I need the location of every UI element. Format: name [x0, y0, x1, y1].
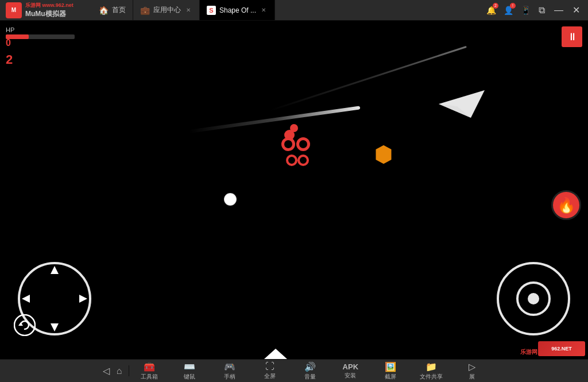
slash-trail	[270, 46, 467, 111]
enemy-ring-3	[286, 155, 297, 166]
toolbar-toolbox[interactable]: 🧰 工具箱	[129, 361, 169, 381]
bottom-toolbar: ◁ ⌂ 🧰 工具箱 ⌨️ 键鼠 🎮 手柄 ⛶ 全屏 🔊 音量 APK 安装 🖼️…	[0, 359, 588, 382]
window-close-btn[interactable]: ✕	[570, 5, 582, 16]
toolbar-gamepad[interactable]: 🎮 手柄	[210, 361, 250, 381]
keyboard-label: 键鼠	[184, 373, 195, 381]
projectile-trail	[189, 106, 361, 133]
app-name: MuMu模拟器	[25, 9, 74, 19]
fileshare-icon: 📁	[425, 361, 437, 372]
toolbar-fullscreen[interactable]: ⛶ 全屏	[250, 361, 290, 380]
hp-bar-background	[6, 34, 75, 39]
volume-label: 音量	[304, 373, 316, 381]
tab-appstore-close[interactable]: ✕	[184, 6, 192, 14]
gamepad-label: 手柄	[224, 373, 235, 381]
score-line2: 2	[6, 52, 13, 67]
toolbar-volume[interactable]: 🔊 音量	[290, 361, 330, 381]
svg-marker-6	[22, 295, 30, 303]
notification-icon[interactable]: 🔔 2	[485, 4, 497, 17]
fire-icon: 🔥	[557, 196, 575, 214]
tab-game-close[interactable]: ✕	[260, 6, 268, 14]
window-minimize-btn[interactable]: —	[552, 5, 566, 16]
enemy-group	[281, 127, 327, 173]
toolbar-install[interactable]: APK 安装	[330, 362, 370, 380]
site-logo: 乐游网 www.962.net	[25, 2, 74, 9]
tab-game[interactable]: S Shape Of ... ✕	[200, 0, 275, 20]
toolbar-more[interactable]: ▷ 展	[452, 361, 492, 381]
fileshare-label: 文件共享	[420, 373, 443, 381]
bottom-peek-enemy	[253, 349, 299, 359]
keyboard-icon: ⌨️	[184, 361, 195, 372]
hexagon-collectible	[373, 144, 394, 165]
screenshot-label: 截屏	[385, 373, 396, 381]
nav-back-icon[interactable]: ◁	[103, 365, 110, 376]
svg-marker-2	[376, 145, 392, 164]
pause-icon: ⏸	[567, 31, 577, 43]
tab-home[interactable]: 🏠 首页	[92, 0, 133, 20]
watermark-label: 乐游网	[520, 348, 537, 356]
watermark-962: 962.NET	[538, 341, 585, 356]
logo-text-group: 乐游网 www.962.net MuMu模拟器	[25, 2, 74, 19]
svg-marker-7	[79, 295, 87, 303]
enemy-ring-2	[296, 137, 310, 151]
svg-marker-13	[264, 349, 287, 359]
hp-label: HP	[6, 26, 75, 33]
tab-home-label: 首页	[112, 5, 126, 15]
toolbox-label: 工具箱	[141, 373, 158, 381]
user-badge: !	[510, 3, 516, 9]
game-area: HP 0 2 ⏸ 🔥	[0, 21, 588, 359]
home-icon: 🏠	[99, 6, 109, 15]
install-label: 安装	[345, 372, 356, 380]
svg-point-8	[14, 315, 35, 335]
logo-area: M 乐游网 www.962.net MuMu模拟器	[0, 2, 92, 19]
notification-badge: 2	[493, 3, 498, 9]
topbar: M 乐游网 www.962.net MuMu模拟器 🏠 首页 💼 应用中心 ✕ …	[0, 0, 588, 21]
refresh-button[interactable]	[14, 314, 36, 336]
window-restore-btn[interactable]: ⧉	[536, 5, 547, 16]
tab-appstore[interactable]: 💼 应用中心 ✕	[133, 0, 200, 20]
svg-marker-5	[51, 323, 59, 331]
volume-icon: 🔊	[304, 361, 316, 372]
gamepad-icon: 🎮	[224, 361, 235, 372]
paper-airplane	[439, 90, 485, 118]
user-icon[interactable]: 👤 !	[502, 4, 514, 17]
fire-powerup-button[interactable]: 🔥	[551, 190, 581, 220]
enemy-ring-4	[297, 155, 309, 166]
more-icon: ▷	[469, 361, 475, 372]
fullscreen-label: 全屏	[264, 372, 276, 380]
right-joystick[interactable]	[496, 261, 571, 336]
score-line1: 0	[6, 38, 11, 48]
svg-point-12	[528, 293, 539, 304]
tab-bar: 🏠 首页 💼 应用中心 ✕ S Shape Of ... ✕	[92, 0, 479, 20]
tab-appstore-label: 应用中心	[153, 5, 181, 15]
nav-home-icon[interactable]: ⌂	[117, 366, 122, 376]
svg-marker-4	[51, 266, 59, 274]
enemy-ring-1	[281, 137, 295, 151]
toolbar-screenshot[interactable]: 🖼️ 截屏	[370, 361, 411, 381]
screenshot-icon: 🖼️	[385, 361, 396, 372]
fullscreen-icon: ⛶	[265, 361, 274, 372]
watermark-text: 962.NET	[551, 346, 572, 352]
appstore-icon: 💼	[140, 6, 150, 15]
game-tab-icon: S	[207, 6, 216, 15]
toolbar-fileshare[interactable]: 📁 文件共享	[411, 361, 452, 381]
app-logo-icon: M	[6, 2, 22, 18]
projectile-ball	[224, 193, 237, 206]
more-label: 展	[469, 373, 475, 381]
toolbox-icon: 🧰	[144, 361, 155, 372]
tab-game-label: Shape Of ...	[219, 6, 256, 14]
hp-hud: HP	[6, 26, 75, 39]
topbar-right-icons: 🔔 2 👤 ! 📱 ⧉ — ✕	[479, 4, 588, 17]
install-icon: APK	[343, 362, 358, 371]
phone-icon[interactable]: 📱	[519, 4, 532, 17]
toolbar-keyboard[interactable]: ⌨️ 键鼠	[169, 361, 210, 381]
pause-button[interactable]: ⏸	[562, 26, 582, 47]
